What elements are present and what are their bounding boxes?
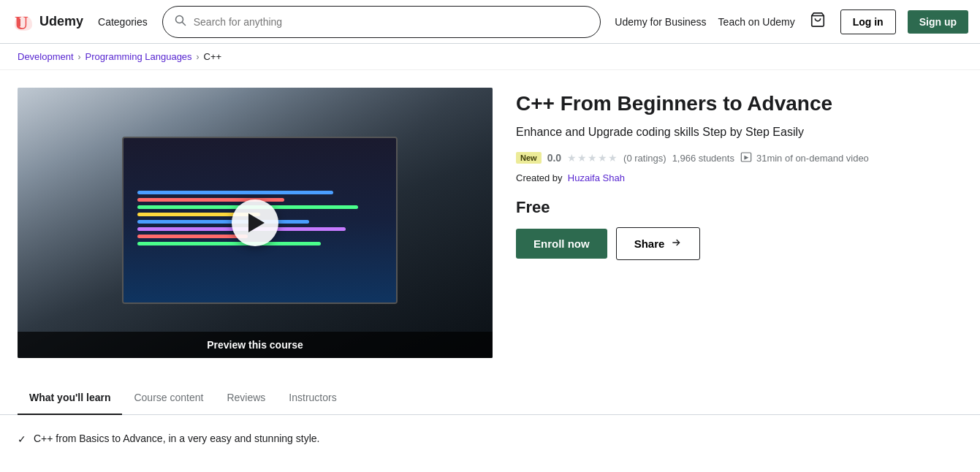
creator-link[interactable]: Huzaifa Shah — [568, 172, 625, 183]
categories-button[interactable]: Categories — [92, 13, 153, 31]
svg-text:U: U — [15, 12, 29, 34]
course-details: C++ From Beginners to Advance Enhance an… — [516, 88, 932, 358]
breadcrumb-current: C++ — [204, 51, 222, 62]
video-section: Preview this course — [18, 88, 493, 358]
stars: ★ ★ ★ ★ ★ — [567, 152, 618, 164]
play-button[interactable] — [232, 199, 278, 246]
tab-reviews[interactable]: Reviews — [215, 381, 277, 415]
nav-business[interactable]: Udemy for Business — [615, 16, 706, 28]
star-4: ★ — [598, 152, 607, 164]
tabs-row: What you'll learn Course content Reviews… — [18, 381, 962, 414]
svg-line-2 — [182, 23, 185, 26]
share-arrow-icon — [670, 237, 682, 251]
preview-label[interactable]: Preview this course — [18, 332, 493, 358]
logo[interactable]: U Udemy — [12, 10, 83, 34]
login-button[interactable]: Log in — [840, 9, 896, 34]
udemy-logo-icon: U — [12, 10, 35, 34]
learn-item-1: ✓ C++ from Basics to Advance, in a very … — [18, 433, 962, 445]
star-5: ★ — [608, 152, 618, 164]
nav-links: Udemy for Business Teach on Udemy Log in… — [615, 9, 968, 34]
signup-button[interactable]: Sign up — [908, 10, 968, 34]
enroll-button[interactable]: Enroll now — [516, 229, 607, 259]
video-container[interactable]: Preview this course — [18, 88, 493, 358]
learn-section: ✓ C++ from Basics to Advance, in a very … — [0, 415, 980, 463]
ratings-count: (0 ratings) — [623, 153, 666, 164]
video-icon — [740, 151, 752, 165]
search-icon — [175, 15, 186, 28]
breadcrumb-sep-1: › — [78, 52, 81, 62]
breadcrumb-development[interactable]: Development — [18, 51, 74, 62]
creator-row: Created by Huzaifa Shah — [516, 172, 932, 183]
tab-course-content[interactable]: Course content — [122, 381, 215, 415]
rating-row: New 0.0 ★ ★ ★ ★ ★ (0 ratings) 1,966 stud… — [516, 151, 932, 165]
students-count: 1,966 students — [672, 153, 734, 164]
breadcrumb-programming-languages[interactable]: Programming Languages — [86, 51, 192, 62]
nav-teach[interactable]: Teach on Udemy — [718, 16, 795, 28]
creator-prefix: Created by — [516, 172, 563, 183]
price-label: Free — [516, 198, 932, 217]
tabs-section: What you'll learn Course content Reviews… — [0, 381, 980, 415]
logo-text: Udemy — [39, 14, 83, 29]
learn-item-text-1: C++ from Basics to Advance, in a very ea… — [34, 433, 319, 444]
header: U Udemy Categories Udemy for Business Te… — [0, 0, 980, 44]
course-title: C++ From Beginners to Advance — [516, 91, 932, 117]
play-triangle-icon — [248, 213, 265, 232]
search-input[interactable] — [194, 16, 588, 28]
action-buttons: Enroll now Share — [516, 227, 932, 260]
tab-instructors[interactable]: Instructors — [277, 381, 348, 415]
rating-score: 0.0 — [547, 152, 561, 164]
star-2: ★ — [577, 152, 587, 164]
cart-icon[interactable] — [807, 9, 829, 34]
tab-what-youll-learn[interactable]: What you'll learn — [18, 381, 122, 415]
breadcrumb-sep-2: › — [197, 52, 200, 62]
main-content: Preview this course C++ From Beginners t… — [0, 70, 950, 358]
star-1: ★ — [567, 152, 577, 164]
video-duration: 31min of on-demand video — [756, 153, 869, 164]
star-3: ★ — [588, 152, 597, 164]
share-button[interactable]: Share — [616, 227, 701, 260]
course-subtitle: Enhance and Upgrade coding skills Step b… — [516, 124, 932, 140]
search-bar — [162, 6, 601, 38]
checkmark-icon: ✓ — [18, 433, 26, 445]
new-badge: New — [516, 152, 542, 164]
breadcrumb: Development › Programming Languages › C+… — [0, 44, 980, 70]
video-info: 31min of on-demand video — [740, 151, 869, 165]
share-label: Share — [634, 237, 665, 250]
